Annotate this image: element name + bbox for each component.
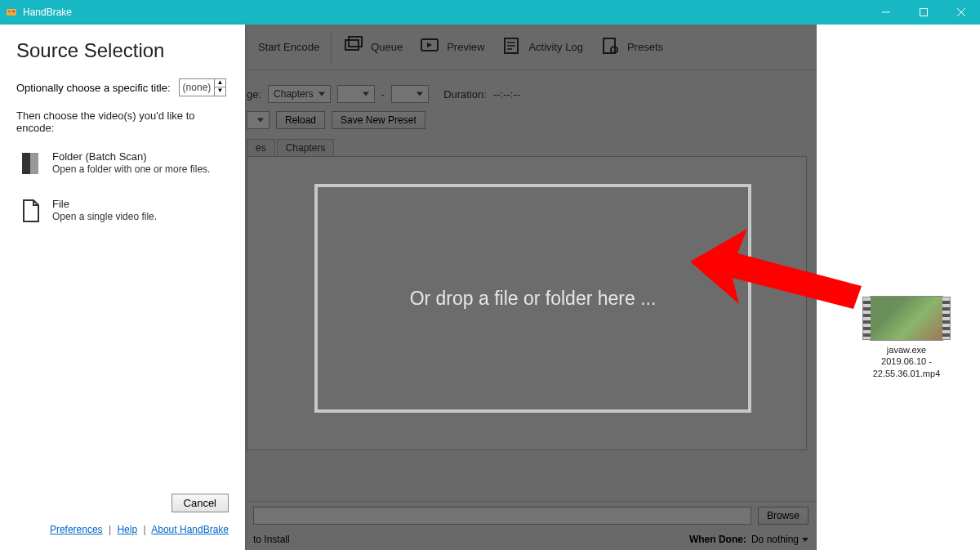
app-icon [5,6,18,19]
title-spinner[interactable]: (none) ▲▼ [179,78,226,96]
file-name: javaw.exe 2019.06.10 - 22.55.36.01.mp4 [858,344,956,379]
about-link[interactable]: About HandBrake [151,524,229,535]
title-spinner-value: (none) [180,82,215,93]
svg-rect-1 [8,11,11,12]
svg-rect-2 [12,11,15,12]
close-button[interactable] [942,0,980,25]
drop-zone[interactable]: Or drop a file or folder here ... [314,184,751,413]
source-file-option[interactable]: File Open a single video file. [16,196,229,226]
choose-hint: Then choose the video(s) you'd like to e… [16,110,229,134]
drop-zone-text: Or drop a file or folder here ... [410,288,657,310]
folder-icon [20,150,42,177]
svg-rect-18 [22,153,30,174]
svg-rect-4 [920,9,928,16]
option-subtitle: Open a single video file. [52,211,157,222]
option-title: File [52,198,157,210]
maximize-button[interactable] [905,0,942,25]
source-selection-panel: Source Selection Optionally choose a spe… [0,25,245,550]
window-titlebar: HandBrake [0,0,980,25]
svg-rect-0 [7,9,16,16]
preferences-link[interactable]: Preferences [50,524,103,535]
option-subtitle: Open a folder with one or more files. [52,163,210,175]
annotation-arrow [690,229,870,322]
desktop-file[interactable]: javaw.exe 2019.06.10 - 22.55.36.01.mp4 [858,296,956,379]
option-title: Folder (Batch Scan) [52,150,210,163]
spinner-down[interactable]: ▼ [215,87,225,96]
window-title: HandBrake [23,7,867,18]
source-folder-option[interactable]: Folder (Batch Scan) Open a folder with o… [16,149,229,178]
panel-heading: Source Selection [16,39,229,62]
title-choice-label: Optionally choose a specific title: [16,82,171,94]
panel-footer-links: Preferences | Help | About HandBrake [16,524,229,535]
minimize-button[interactable] [867,0,905,25]
video-thumbnail-icon [870,296,943,341]
svg-rect-19 [30,153,38,174]
cancel-button[interactable]: Cancel [172,494,229,512]
help-link[interactable]: Help [117,524,137,535]
file-icon [20,198,42,224]
svg-marker-17 [690,229,862,309]
